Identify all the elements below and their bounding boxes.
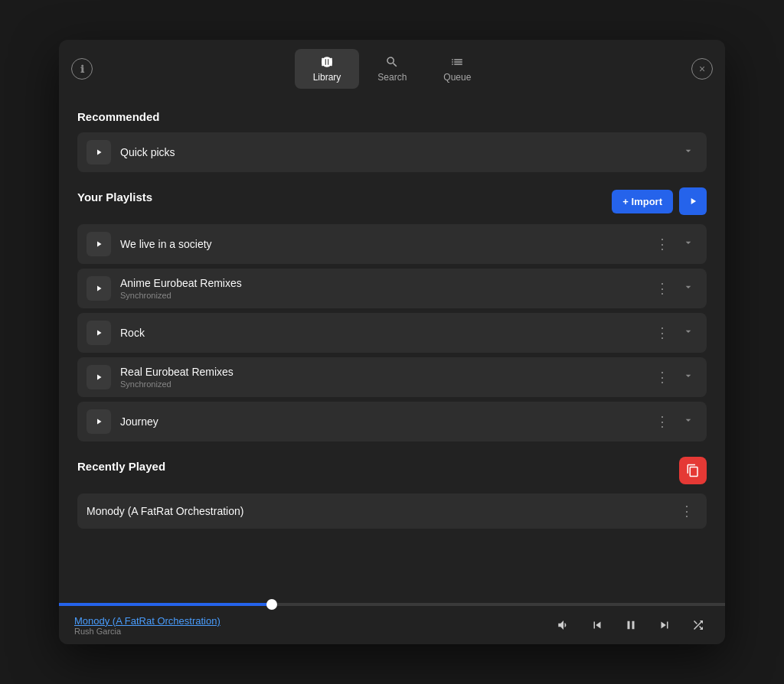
volume-button[interactable] <box>552 614 575 637</box>
playlist-item-4[interactable]: Real Eurobeat Remixes Synchronized ⋮ <box>77 357 707 397</box>
recently-played-header: Recently Played <box>77 457 707 484</box>
svg-rect-0 <box>322 58 323 67</box>
your-playlists-section: Your Playlists + Import We live in a soc… <box>77 187 707 441</box>
progress-thumb[interactable] <box>266 599 277 610</box>
volume-icon <box>557 618 570 632</box>
chevron-down-icon <box>682 281 694 293</box>
tab-search-label: Search <box>377 72 407 83</box>
library-icon <box>320 55 334 69</box>
play-icon <box>94 373 103 382</box>
playlist-3-more-button[interactable]: ⋮ <box>652 323 673 343</box>
copy-icon <box>686 464 700 477</box>
playlist-1-play-button[interactable] <box>87 232 111 256</box>
playlist-5-expand-button[interactable] <box>679 411 697 432</box>
playlist-4-expand-button[interactable] <box>679 366 697 388</box>
playlist-3-info: Rock <box>120 327 643 339</box>
play-all-icon <box>688 196 698 207</box>
progress-bar-fill <box>59 603 272 606</box>
content-area[interactable]: Recommended Quick picks Your Playlists <box>59 98 725 603</box>
playlist-5-more-button[interactable]: ⋮ <box>652 412 673 432</box>
playlist-2-expand-button[interactable] <box>679 278 697 299</box>
playlists-section-header: Your Playlists + Import <box>77 187 707 215</box>
track-info: Monody (A FatRat Orchestration) Rush Gar… <box>74 615 543 636</box>
track-title[interactable]: Monody (A FatRat Orchestration) <box>74 615 543 627</box>
skip-forward-icon <box>658 618 671 632</box>
recently-played-item-1[interactable]: Monody (A FatRat Orchestration) ⋮ <box>77 493 707 529</box>
tab-queue-label: Queue <box>443 72 471 83</box>
playlist-1-title: We live in a society <box>120 238 643 250</box>
recently-played-1-more-button[interactable]: ⋮ <box>677 501 697 521</box>
playlist-2-more-button[interactable]: ⋮ <box>652 278 673 298</box>
chevron-down-icon <box>682 370 694 382</box>
queue-icon <box>450 55 464 69</box>
playlist-item-3[interactable]: Rock ⋮ <box>77 313 707 353</box>
playlist-5-actions: ⋮ <box>652 411 697 432</box>
playlist-item-2[interactable]: Anime Eurobeat Remixes Synchronized ⋮ <box>77 269 707 308</box>
recently-played-1-actions: ⋮ <box>677 501 697 521</box>
playlist-5-info: Journey <box>120 415 643 428</box>
info-button[interactable]: ℹ <box>71 58 93 80</box>
tab-search[interactable]: Search <box>359 49 425 89</box>
quick-picks-info: Quick picks <box>120 146 670 158</box>
close-button[interactable]: × <box>691 58 713 80</box>
chevron-down-icon <box>682 145 694 157</box>
playlists-title: Your Playlists <box>77 191 152 204</box>
chevron-down-icon <box>682 414 694 426</box>
recommended-title: Recommended <box>77 110 707 123</box>
tab-library[interactable]: Library <box>295 49 360 89</box>
playlist-4-play-button[interactable] <box>87 365 111 389</box>
play-icon <box>94 148 103 157</box>
play-icon <box>94 417 103 426</box>
search-icon <box>385 55 399 69</box>
playlist-1-actions: ⋮ <box>652 233 697 255</box>
playlist-2-actions: ⋮ <box>652 278 697 299</box>
playlist-4-actions: ⋮ <box>652 366 697 388</box>
playlist-3-play-button[interactable] <box>87 321 111 345</box>
pause-icon <box>624 618 638 632</box>
recently-played-action-button[interactable] <box>679 457 707 484</box>
playlist-4-more-button[interactable]: ⋮ <box>652 367 673 387</box>
now-playing-bar: Monody (A FatRat Orchestration) Rush Gar… <box>59 606 725 644</box>
recommended-section: Recommended Quick picks <box>77 110 707 172</box>
recently-played-section: Recently Played Monody (A FatRat Orchest… <box>77 457 707 529</box>
playlists-header-actions: + Import <box>612 187 707 215</box>
playlist-4-title: Real Eurobeat Remixes <box>120 366 643 378</box>
playlist-3-expand-button[interactable] <box>679 322 697 344</box>
import-button[interactable]: + Import <box>612 190 673 213</box>
chevron-down-icon <box>682 325 694 337</box>
play-all-playlists-button[interactable] <box>679 187 707 215</box>
playlist-item-5[interactable]: Journey ⋮ <box>77 402 707 441</box>
quick-picks-expand-button[interactable] <box>679 142 697 163</box>
playlist-4-subtitle: Synchronized <box>120 379 643 389</box>
track-artist: Rush Garcia <box>74 627 543 636</box>
playlist-5-title: Journey <box>120 415 643 428</box>
shuffle-icon <box>691 618 705 632</box>
titlebar: ℹ Library Search <box>59 40 725 98</box>
skip-back-icon <box>590 618 604 632</box>
tab-queue[interactable]: Queue <box>425 49 489 89</box>
playlist-1-expand-button[interactable] <box>679 233 697 255</box>
skip-back-button[interactable] <box>586 614 609 637</box>
quick-picks-item[interactable]: Quick picks <box>77 132 707 172</box>
progress-bar-container[interactable] <box>59 603 725 606</box>
recently-played-title: Recently Played <box>77 460 165 473</box>
pause-button[interactable] <box>619 614 642 637</box>
playlist-3-actions: ⋮ <box>652 322 697 344</box>
play-icon <box>94 239 103 249</box>
playback-controls <box>552 614 710 637</box>
quick-picks-play-button[interactable] <box>87 140 111 164</box>
svg-rect-1 <box>326 58 328 67</box>
play-icon <box>94 328 103 337</box>
playlist-item-1[interactable]: We live in a society ⋮ <box>77 224 707 264</box>
playlist-5-play-button[interactable] <box>87 409 111 434</box>
playlist-4-info: Real Eurobeat Remixes Synchronized <box>120 366 643 389</box>
playlist-2-play-button[interactable] <box>87 276 111 301</box>
playlist-2-subtitle: Synchronized <box>120 291 643 300</box>
playlist-3-title: Rock <box>120 327 643 339</box>
app-window: ℹ Library Search <box>59 40 725 644</box>
shuffle-button[interactable] <box>687 614 710 637</box>
play-icon <box>94 284 103 293</box>
svg-rect-2 <box>330 58 332 67</box>
skip-forward-button[interactable] <box>653 614 676 637</box>
playlist-1-more-button[interactable]: ⋮ <box>652 234 673 254</box>
